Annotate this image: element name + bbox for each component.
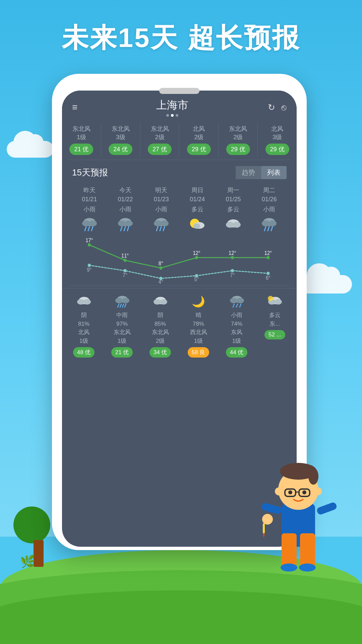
svg-point-36 [195,256,198,259]
weather-icon-rain-2 [151,216,171,233]
day-label-3: 周日01/24 [181,186,214,204]
detail-aqi-1: 21 优 [111,347,133,358]
ground-front [0,590,362,644]
detail-col-3: 🌙 晴78%西北风1级 58 良 [179,292,218,359]
refresh-icon[interactable]: ↻ [268,102,275,113]
day-condition-1: 小雨 [109,205,142,213]
wind-aqi-row: 东北风1级 21 优 东北风3级 24 优 东北风2级 27 优 北风2级 29… [62,120,297,160]
weather-icon-partly-3 [187,216,207,233]
detail-icon-rain-1 [113,294,131,309]
detail-condition-0: 阴81%北风1级 [66,311,102,345]
svg-line-63 [125,304,126,307]
svg-line-11 [127,227,129,231]
svg-point-23 [233,222,241,228]
detail-col-1: 中雨97%东北风1级 21 优 [103,292,141,359]
aqi-badge-5: 29 优 [226,144,250,155]
svg-rect-96 [263,523,265,533]
detail-icon-cloud-2 [151,294,170,309]
svg-point-69 [230,298,237,303]
day-label-2: 明天01/23 [145,186,178,204]
wind-aqi-col-3: 东北风2级 27 优 [140,123,180,157]
day-col-0: 昨天01/21 小雨 [71,183,107,238]
svg-line-29 [271,227,273,231]
svg-point-81 [308,468,318,485]
svg-line-72 [236,304,238,307]
svg-text:12°: 12° [229,250,236,256]
day-col-3: 周日01/24 多云 [179,183,215,238]
tab-trend[interactable]: 趋势 [236,166,261,179]
divider-2 [69,285,290,285]
svg-line-4 [88,227,89,231]
weather-icon-rain-1 [115,216,135,233]
svg-point-14 [161,220,169,226]
svg-point-58 [115,298,123,303]
svg-text:4°: 4° [159,279,163,285]
svg-point-20 [193,223,200,229]
days-labels-row: 昨天01/21 小雨 今天 [69,183,290,238]
day-condition-0: 小雨 [73,205,106,213]
aqi-badge-6: 29 优 [265,144,289,155]
svg-point-38 [231,256,234,259]
dot-2 [171,114,174,117]
wind-aqi-col-2: 东北风3级 24 优 [101,123,140,157]
svg-point-66 [160,299,167,305]
svg-point-55 [77,299,84,305]
svg-point-30 [88,243,91,247]
svg-point-26 [268,220,277,226]
wind-text-2: 东北风3级 [104,125,137,142]
phone-speaker [159,88,199,94]
svg-line-16 [160,227,161,231]
aqi-badge-1: 21 优 [69,144,93,155]
wind-text-1: 东北风1级 [65,125,98,142]
svg-line-5 [92,227,93,231]
detail-col-4: 小雨74%东风1级 44 优 [218,292,256,359]
svg-line-9 [121,227,122,231]
tab-list[interactable]: 列表 [261,166,287,179]
svg-text:12°: 12° [264,250,272,256]
svg-point-56 [83,299,91,305]
detail-icon-rain-4 [228,294,246,309]
tree: 🌿 [27,506,50,567]
detail-aqi-2: 34 优 [149,347,171,358]
svg-point-70 [237,298,244,303]
tree-crown [13,506,50,543]
day-label-0: 昨天01/21 [73,186,106,204]
svg-rect-94 [316,501,338,515]
forecast-title: 15天预报 [72,167,108,178]
day-label-4: 周一01/25 [217,186,250,204]
svg-text:8°: 8° [159,261,163,267]
svg-point-59 [122,298,129,303]
share-icon[interactable]: ⎋ [281,102,287,113]
dot-3 [176,114,178,117]
svg-point-92 [299,564,316,572]
forecast-header: 15天预报 趋势 列表 [69,160,290,183]
svg-text:5°: 5° [194,276,199,282]
svg-point-88 [302,490,306,494]
weather-icon-rain-0 [79,216,100,233]
detail-condition-2: 阴85%东北风2级 [142,311,178,345]
forecast-tabs: 趋势 列表 [236,166,287,179]
detail-aqi-4: 44 优 [226,347,248,358]
wind-text-6: 北风3级 [260,125,294,142]
svg-point-2 [89,220,97,226]
detail-icon-moon-3: 🌙 [189,294,208,309]
page-dots [156,114,188,117]
detail-col-5: 多云东... 52 ... [256,292,294,359]
cloud-left [7,141,54,158]
detail-aqi-3: 58 良 [188,347,209,358]
detail-condition-5: 多云东... [257,311,293,328]
svg-text:12°: 12° [193,250,200,256]
svg-line-73 [240,304,241,307]
svg-point-95 [262,514,273,525]
header-center: 上海市 [156,98,188,117]
aqi-badge-2: 24 优 [109,144,132,155]
svg-text:6°: 6° [266,275,270,281]
svg-point-83 [314,487,322,495]
day-condition-2: 小雨 [145,205,178,213]
menu-icon[interactable]: ≡ [72,102,77,113]
svg-line-15 [157,227,158,231]
detail-icon-cloud-0 [75,294,93,309]
detail-aqi-5: 52 ... [264,330,285,339]
svg-point-34 [159,266,162,270]
aqi-badge-4: 29 优 [187,144,211,155]
